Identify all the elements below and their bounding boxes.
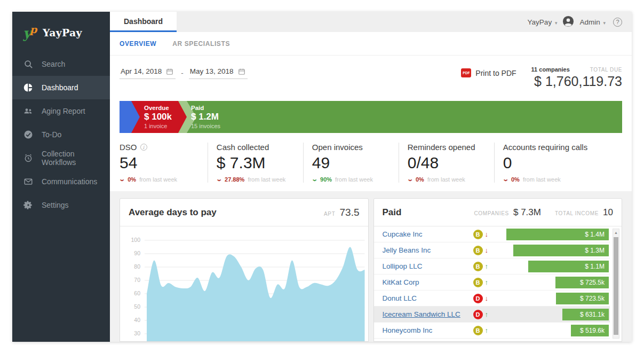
company-link[interactable]: Icecream Sandwich LLC — [383, 310, 473, 318]
kpi-value: 54 — [120, 154, 208, 171]
invoice-funnel-bar[interactable]: Overdue $ 100k 1 invoice Paid $ 1.2M 15 … — [120, 101, 622, 133]
sidebar-item-search[interactable]: Search — [12, 52, 110, 76]
help-icon[interactable]: ? — [613, 18, 622, 27]
date-separator: - — [181, 69, 184, 77]
topbar: Dashboard YayPay ▾ Admin ▾ ? — [110, 12, 632, 32]
svg-text:70: 70 — [134, 277, 140, 284]
sidebar-item-label: To-Do — [42, 130, 61, 139]
scroll-up-icon[interactable]: ▲ — [613, 229, 619, 236]
svg-text:30: 30 — [134, 331, 140, 337]
info-icon[interactable]: i — [140, 144, 147, 151]
sidebar-item-label: Search — [42, 60, 65, 68]
kpi-reminders-opened: Reminders opened 0/48 ⌄0%from last week — [399, 143, 494, 183]
kpi-value: 49 — [312, 154, 399, 171]
chevron-down-icon: ⌄ — [502, 176, 509, 183]
amount-bar: $ 723.5k — [556, 293, 609, 304]
sidebar-item-communications[interactable]: Communications — [12, 170, 110, 193]
sidebar-item-dashboard[interactable]: Dashboard — [12, 76, 110, 99]
calendar-icon — [166, 68, 173, 75]
chevron-down-icon: ⌄ — [407, 176, 414, 183]
paid-companies-card: Paid COMPANIES $ 7.3M TOTAL INCOME 10 — [373, 198, 623, 342]
table-row[interactable]: Donut LLC D↓ $ 723.5k — [374, 291, 610, 307]
paid-company-list: Cupcake Inc B↓ $ 1.4M Jelly Beans Inc B↓… — [374, 226, 622, 339]
chevron-down-icon: ⌄ — [216, 176, 222, 183]
company-link[interactable]: Lollipop LLC — [383, 262, 473, 270]
table-row[interactable]: Jelly Beans Inc B↓ $ 1.3M — [374, 242, 610, 258]
page-title: Dashboard — [124, 17, 163, 26]
tabs-row: OVERVIEW AR SPECIALISTS — [110, 32, 632, 56]
amount-bar: $ 725.5k — [555, 277, 609, 288]
svg-text:100: 100 — [131, 237, 140, 244]
amount-bar: $ 631.1k — [562, 309, 609, 320]
kpi-dso: DSOi 54 ⌄0%from last week — [120, 143, 208, 183]
company-link[interactable]: Honeycomb Inc — [383, 326, 473, 334]
table-row[interactable]: Lollipop LLC B↑ $ 1.1M — [374, 258, 610, 274]
scrollbar-thumb[interactable] — [614, 237, 618, 335]
kpi-value: 0 — [503, 154, 622, 171]
company-link[interactable]: Cupcake Inc — [383, 230, 473, 238]
sidebar-item-label: Collection Workflows — [42, 150, 110, 167]
trend-arrow-icon: ↑ — [485, 278, 489, 286]
grade-badge: D — [473, 310, 483, 319]
org-switcher[interactable]: YayPay ▾ — [528, 18, 558, 26]
funnel-overdue-text: Overdue $ 100k 1 invoice — [144, 105, 172, 129]
grade-badge: B — [473, 246, 483, 255]
card-title: Average days to pay — [129, 207, 217, 218]
funnel-paid-segment — [179, 101, 622, 133]
user-name: Admin — [579, 18, 600, 26]
companies-value: $ 7.3M — [513, 207, 541, 218]
sidebar-item-aging-report[interactable]: Aging Report — [12, 99, 110, 123]
sidebar-item-collection-workflows[interactable]: Collection Workflows — [12, 146, 110, 170]
svg-text:80: 80 — [134, 264, 140, 270]
gear-icon — [23, 200, 33, 210]
scrollbar[interactable]: ▲ — [613, 229, 619, 339]
sidebar-item-label: Communications — [42, 177, 97, 186]
sidebar-item-settings[interactable]: Settings — [12, 193, 110, 217]
topbar-title-tab[interactable]: Dashboard — [110, 12, 177, 32]
total-due-label: TOTAL DUE — [590, 67, 622, 73]
total-income-label: TOTAL INCOME — [555, 210, 599, 216]
print-to-pdf-button[interactable]: PDF Print to PDF — [461, 68, 516, 77]
total-due-value: $ 1,760,119.73 — [531, 74, 622, 89]
svg-text:50: 50 — [134, 304, 140, 310]
tab-overview[interactable]: OVERVIEW — [120, 40, 156, 48]
area-chart[interactable]: 10090807060504030 — [120, 226, 368, 342]
date-from-input[interactable]: Apr 14, 2018 — [120, 66, 176, 79]
date-range: Apr 14, 2018 - May 13, 2018 — [120, 66, 248, 79]
topbar-right: YayPay ▾ Admin ▾ ? — [528, 12, 632, 32]
tab-ar-specialists[interactable]: AR SPECIALISTS — [172, 40, 230, 48]
kpi-value: 0/48 — [408, 154, 494, 171]
kpi-accounts-requiring-calls: Accounts requiring calls 0 ⌄0%from last … — [494, 143, 622, 183]
company-link[interactable]: Jelly Beans Inc — [383, 246, 473, 254]
amount-bar: $ 1.3M — [513, 245, 609, 256]
people-icon — [23, 106, 33, 116]
sidebar-item-to-do[interactable]: To-Do — [12, 123, 110, 146]
avatar[interactable] — [562, 15, 574, 29]
svg-text:60: 60 — [134, 291, 140, 297]
yaypay-logo-icon: y p — [23, 25, 39, 41]
company-link[interactable]: Donut LLC — [383, 294, 473, 302]
search-icon — [23, 59, 33, 69]
grade-badge: D — [473, 294, 483, 303]
amount-bar: $ 519.6k — [571, 325, 609, 336]
apt-label: APT — [324, 211, 336, 217]
sidebar-item-label: Dashboard — [42, 83, 78, 92]
date-to-input[interactable]: May 13, 2018 — [189, 66, 248, 79]
company-link[interactable]: KitKat Corp — [383, 278, 473, 286]
chevron-down-icon: ▾ — [555, 20, 558, 26]
table-row[interactable]: Cupcake Inc B↓ $ 1.4M — [374, 226, 610, 242]
dashboard-content: OVERVIEW AR SPECIALISTS Apr 14, 2018 - M… — [110, 32, 632, 342]
calendar-icon — [238, 68, 245, 75]
trend-arrow-icon: ↑ — [485, 262, 489, 270]
companies-label: COMPANIES — [474, 210, 509, 216]
grade-badge: B — [473, 278, 483, 287]
kpi-row: DSOi 54 ⌄0%from last week Cash collected… — [110, 133, 632, 183]
user-menu[interactable]: Admin ▾ — [579, 18, 606, 26]
table-row[interactable]: Honeycomb Inc B↑ $ 519.6k — [374, 323, 610, 339]
amount-bar: $ 1.1M — [528, 261, 609, 272]
companies-count: 11 companies — [531, 66, 570, 73]
table-row[interactable]: Icecream Sandwich LLC D↑ $ 631.1k — [374, 307, 610, 323]
grade-badge: B — [473, 262, 483, 271]
pie-chart-icon — [23, 83, 33, 92]
table-row[interactable]: KitKat Corp B↑ $ 725.5k — [374, 274, 610, 291]
